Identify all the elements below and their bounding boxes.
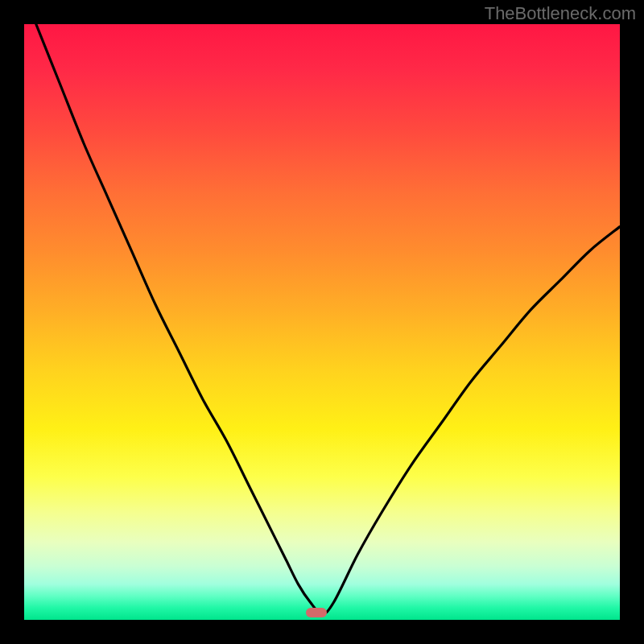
optimal-marker-icon [306,608,327,617]
bottleneck-curve [36,24,620,614]
plot-area [24,24,620,620]
watermark-text: TheBottleneck.com [485,3,636,24]
chart-container: TheBottleneck.com [0,0,644,644]
curve-svg [24,24,620,620]
